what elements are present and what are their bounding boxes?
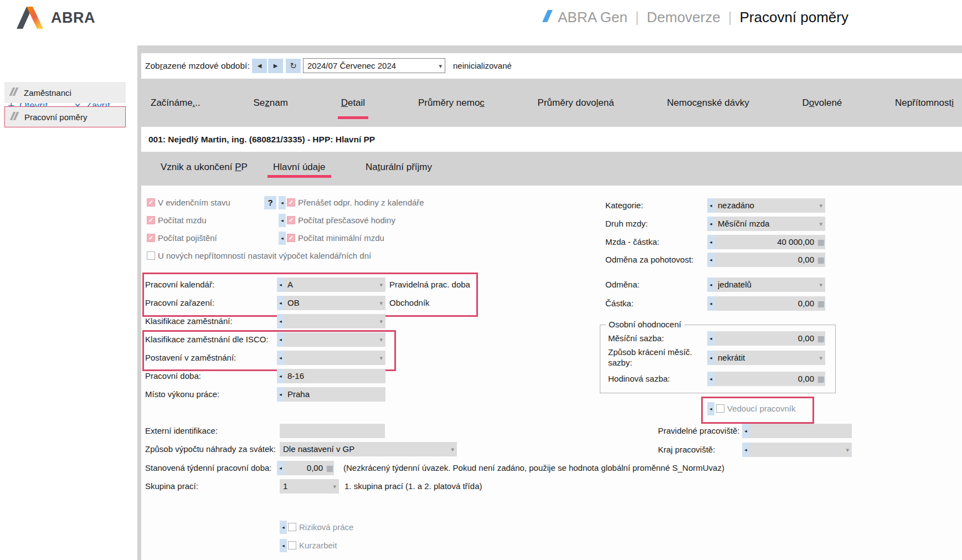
field-label: Mzda - částka: <box>605 235 660 249</box>
subtab-naturalni-prijmy[interactable]: Naturální příjmy <box>366 162 432 173</box>
small-left-arrow-icon: ◂ <box>709 336 712 341</box>
tab-nemocenske-davky[interactable]: Nemocenské dávky <box>667 97 749 109</box>
form-row: Odměna za pohotovost: ◂ 0,00▦ <box>0 253 962 267</box>
sidebar-item-zamestnanci[interactable]: Zaměstnanci <box>4 82 126 103</box>
small-left-arrow-icon: ◂ <box>744 447 747 453</box>
small-left-arrow-icon: ◂ <box>709 203 712 208</box>
sidebar-item-pracovni-pomery[interactable]: Pracovní poměry <box>4 106 126 127</box>
dropdown-arrow-icon: ▾ <box>819 351 822 365</box>
field-label: Pravidelné pracoviště: <box>658 424 740 438</box>
form-row: Kraj pracoviště: ◂ ▾ <box>0 443 962 457</box>
field-note: 1. skupina prací (1. a 2. platová třída) <box>344 479 482 494</box>
druh-mzdy-dropdown[interactable]: Měsíční mzda▾ <box>714 217 825 231</box>
field-note: (Nezkrácený týdenní úvazek. Pokud není z… <box>343 461 724 475</box>
checkbox-label: Kurzarbeit <box>299 540 337 551</box>
field-menu-button[interactable]: ◂ <box>277 461 284 475</box>
subtab-hlavni-udaje[interactable]: Hlavní údaje <box>273 162 326 173</box>
refresh-period-button[interactable]: ↻ <box>286 59 301 73</box>
field-menu-button[interactable]: ◂ <box>742 443 749 457</box>
small-left-arrow-icon: ◂ <box>709 239 712 245</box>
next-period-button[interactable]: ▶ <box>268 59 283 73</box>
period-dropdown[interactable]: 2024/07 Červenec 2024 ▾ <box>303 58 445 73</box>
sidebar-item-label: Pracovní poměry <box>24 112 87 122</box>
previous-period-button[interactable]: ◀ <box>252 59 267 73</box>
tab-prumery-nemoc[interactable]: Průměry nemoc <box>418 97 485 109</box>
zpusob-kraceni-dropdown[interactable]: nekrátit▾ <box>714 351 825 365</box>
subtab-vznik-a-ukonceni-pp[interactable]: Vznik a ukončení PP <box>161 162 248 173</box>
tydenni-pracovni-doba-field[interactable]: 0,00▦ <box>284 461 334 475</box>
field-menu-button[interactable]: ◂ <box>707 217 714 231</box>
tab-seznam[interactable]: Seznam <box>254 97 288 109</box>
small-left-arrow-icon: ◂ <box>279 465 282 471</box>
misto-vykonu-prace-field[interactable]: Praha <box>284 387 385 402</box>
page-title: Pracovní poměry <box>739 9 848 26</box>
field-menu-button[interactable]: ◂ <box>280 539 287 552</box>
small-left-arrow-icon: ◂ <box>709 301 712 306</box>
field-label: Klasifikace zaměstnání: <box>145 314 233 328</box>
mzda-castka-field[interactable]: 40 000,00▦ <box>714 235 825 249</box>
field-label: Odměna: <box>605 278 640 292</box>
field-menu-button[interactable]: ◂ <box>277 387 284 402</box>
klasifikace-zamestnani-dropdown[interactable]: ▾ <box>284 314 385 328</box>
field-menu-button[interactable]: ◂ <box>707 198 714 213</box>
calculator-icon: ▦ <box>817 331 825 346</box>
record-title: 001: Nejedlý Martin, ing. (680821/3335) … <box>148 127 375 152</box>
form-row: Měsíční sazba: ◂ 0,00▦ <box>0 331 962 346</box>
kraj-pracoviste-dropdown[interactable]: ▾ <box>749 443 852 457</box>
odmena-dropdown[interactable]: jednatelů▾ <box>714 278 825 292</box>
app-header: ABRA ABRA Gen | Demoverze | Pracovní pom… <box>0 0 962 45</box>
calculator-icon: ▦ <box>817 296 825 311</box>
field-menu-button[interactable]: ◂ <box>707 253 714 267</box>
field-menu-button[interactable]: ◂ <box>707 296 714 311</box>
checkbox-kurzarbeit[interactable]: ✓ <box>288 541 296 549</box>
tab-nepritomnosti[interactable]: Nepřítomnosti <box>895 97 954 109</box>
tab-detail[interactable]: Detail <box>341 97 365 109</box>
app-name: ABRA Gen <box>558 9 627 26</box>
small-left-arrow-icon: ◂ <box>709 406 712 412</box>
tab-zaciname[interactable]: Začínáme... <box>151 97 200 109</box>
checkbox-rizikova-prace[interactable]: ✓ <box>288 523 296 531</box>
checkbox-row: ◂ ✓ Kurzarbeit <box>0 540 962 551</box>
calculator-icon: ▦ <box>817 235 825 249</box>
period-status: neinicializované <box>453 53 512 79</box>
field-menu-button[interactable]: ◂ <box>707 235 714 249</box>
separator: | <box>728 9 732 26</box>
checkbox-vedouci-pracovnik[interactable]: ✓ <box>716 404 724 413</box>
small-left-arrow-icon: ◂ <box>282 525 285 530</box>
right-arrow-icon: ▶ <box>274 63 278 69</box>
main-tabbar: Začínáme... Seznam Detail Průměry nemoc … <box>151 97 954 109</box>
dropdown-arrow-icon: ▾ <box>819 198 822 213</box>
kategorie-dropdown[interactable]: nezadáno▾ <box>714 198 825 213</box>
form-row: Odměna: ◂ jednatelů▾ <box>0 278 962 292</box>
tab-prumery-dovolena[interactable]: Průměry dovolená <box>538 97 614 109</box>
form-row: Pravidelné pracoviště: ◂ <box>0 424 962 438</box>
field-menu-button[interactable]: ◂ <box>742 424 749 438</box>
small-left-arrow-icon: ◂ <box>279 392 282 397</box>
field-menu-button[interactable]: ◂ <box>707 278 714 292</box>
field-menu-button[interactable]: ◂ <box>707 331 714 346</box>
tab-dovolene[interactable]: Dovolené <box>802 97 842 109</box>
pravidelne-pracoviste-field[interactable] <box>749 424 852 438</box>
form-row: Hodinová sazba: ◂ 0,00▦ <box>0 372 962 386</box>
field-label: Druh mzdy: <box>605 217 648 231</box>
field-label: Hodinová sazba: <box>608 372 670 386</box>
header-breadcrumb: ABRA Gen | Demoverze | Pracovní poměry <box>545 9 848 26</box>
field-menu-button[interactable]: ◂ <box>277 314 284 328</box>
small-left-arrow-icon: ◂ <box>709 257 712 263</box>
odmena-za-pohotovost-field[interactable]: 0,00▦ <box>714 253 825 267</box>
small-left-arrow-icon: ◂ <box>279 318 282 324</box>
mesicni-sazba-field[interactable]: 0,00▦ <box>714 331 825 346</box>
hodinova-sazba-field[interactable]: 0,00▦ <box>714 372 825 386</box>
field-menu-button[interactable]: ◂ <box>707 402 714 415</box>
module-slash-icon <box>11 88 18 97</box>
skupina-praci-dropdown[interactable]: 1▾ <box>280 479 339 494</box>
dropdown-arrow-icon: ▾ <box>819 217 822 231</box>
castka-field[interactable]: 0,00▦ <box>714 296 825 311</box>
field-menu-button[interactable]: ◂ <box>280 521 287 534</box>
separator: | <box>635 9 639 26</box>
dropdown-arrow-icon: ▾ <box>333 479 336 494</box>
field-menu-button[interactable]: ◂ <box>707 372 714 386</box>
small-left-arrow-icon: ◂ <box>709 376 712 382</box>
field-menu-button[interactable]: ◂ <box>707 351 714 365</box>
module-slash-icon <box>12 112 18 122</box>
